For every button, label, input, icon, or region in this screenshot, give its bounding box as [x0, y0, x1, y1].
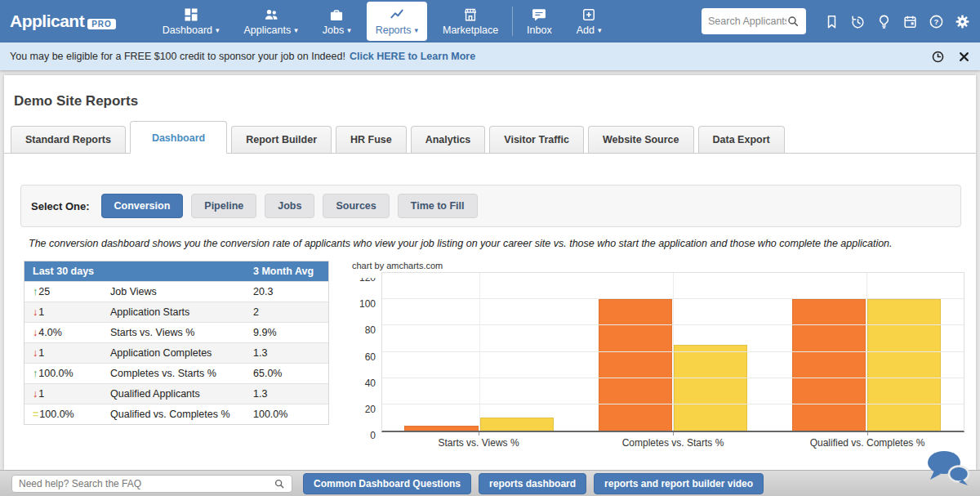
- metric-label: Qualified Applicants: [110, 388, 253, 400]
- table-row: ↓1 Application Completes 1.3: [24, 342, 328, 363]
- top-navigation-bar: Applicant PRO Dashboard▾ Applicants▾ Job…: [0, 0, 980, 42]
- metric-label: Application Starts: [110, 306, 253, 318]
- help-icon[interactable]: ?: [929, 14, 944, 29]
- chat-bubble-icon: [531, 7, 547, 23]
- nav-add-label: Add: [577, 25, 595, 36]
- change-value: 100.0%: [39, 409, 74, 420]
- tab-data-export[interactable]: Data Export: [698, 126, 785, 153]
- search-icon[interactable]: [274, 478, 285, 489]
- table-row: ↑100.0% Completes vs. Starts % 65.0%: [24, 363, 328, 383]
- table-row: ↓4.0% Starts vs. Views % 9.9%: [24, 322, 328, 342]
- bar-3-month-avg[interactable]: [867, 299, 941, 431]
- metric-label: Application Completes: [110, 347, 253, 359]
- nav-jobs[interactable]: Jobs▾: [314, 2, 360, 41]
- nav-reports[interactable]: Reports▾: [367, 2, 427, 41]
- trend-arrow-icon: ↓: [33, 306, 38, 318]
- metric-label: Completes vs. Starts %: [110, 368, 253, 379]
- caret-down-icon: ▾: [414, 27, 418, 34]
- category-label: Completes vs. Starts %: [576, 432, 770, 449]
- y-axis-tick-label: 60: [354, 351, 376, 363]
- page-title: Demo Site Reports: [4, 75, 976, 121]
- tab-hr-fuse[interactable]: HR Fuse: [336, 126, 407, 153]
- applicantpro-logo[interactable]: Applicant PRO: [10, 11, 116, 31]
- nav-marketplace[interactable]: Marketplace: [434, 2, 507, 41]
- nav-inbox[interactable]: Inbox: [518, 2, 561, 41]
- tab-dashboard[interactable]: Dashboard: [130, 121, 227, 154]
- settings-gear-icon[interactable]: [955, 14, 970, 29]
- nav-applicants-label: Applicants: [244, 25, 292, 36]
- main-menu: Dashboard▾ Applicants▾ Jobs▾ Reports▾ Ma…: [154, 2, 507, 41]
- pill-jobs[interactable]: Jobs: [265, 194, 314, 218]
- people-icon: [263, 7, 279, 23]
- nav-jobs-label: Jobs: [323, 25, 344, 36]
- nav-divider: [512, 7, 513, 36]
- live-chat-icon[interactable]: [924, 449, 972, 489]
- pill-time-to-fill[interactable]: Time to Fill: [398, 194, 478, 218]
- reports-video-button[interactable]: reports and report builder video: [594, 473, 764, 494]
- faq-search-input[interactable]: [19, 478, 274, 489]
- gridline: [866, 273, 867, 431]
- bar-last-30-days[interactable]: [792, 299, 866, 431]
- reports-dashboard-button[interactable]: reports dashboard: [479, 473, 586, 494]
- dashboard-description: The conversion dashboard shows you the c…: [29, 238, 976, 249]
- gridline: [479, 273, 480, 431]
- table-row: ↑25 Job Views 20.3: [24, 281, 328, 302]
- lightbulb-icon[interactable]: [876, 14, 892, 29]
- bar-3-month-avg[interactable]: [674, 345, 747, 431]
- caret-down-icon: ▾: [294, 27, 298, 34]
- pill-conversion[interactable]: Conversion: [101, 194, 184, 218]
- search-icon[interactable]: [786, 15, 800, 28]
- y-axis-tick-label: 120: [354, 272, 376, 284]
- dashboard-selector-panel: Select One: Conversion Pipeline Jobs Sou…: [20, 185, 961, 227]
- bookmark-icon[interactable]: [824, 14, 840, 29]
- gridline: [673, 273, 674, 431]
- trend-arrow-icon: ↓: [33, 327, 38, 338]
- banner-learn-more-link[interactable]: Click HERE to Learn More: [350, 51, 475, 62]
- nav-marketplace-label: Marketplace: [443, 25, 498, 36]
- nav-dashboard[interactable]: Dashboard▾: [154, 2, 229, 41]
- tab-report-builder[interactable]: Report Builder: [231, 126, 332, 153]
- secondary-menu: Inbox Add▾: [518, 2, 610, 41]
- trend-arrow-icon: ↓: [33, 347, 38, 359]
- nav-add[interactable]: Add▾: [568, 2, 611, 41]
- metric-label: Qualified vs. Completes %: [110, 409, 253, 420]
- change-value: 1: [38, 347, 44, 359]
- change-value: 100.0%: [38, 368, 73, 379]
- table-row: ↓1 Qualified Applicants 1.3: [24, 383, 328, 404]
- amcharts-credit[interactable]: chart by amcharts.com: [352, 261, 968, 270]
- calendar-icon[interactable]: [902, 14, 918, 29]
- history-icon[interactable]: [850, 14, 866, 29]
- chart-xlabels: Starts vs. Views %Completes vs. Starts %…: [381, 432, 964, 449]
- table-header-3-month-avg: 3 Month Avg: [253, 266, 314, 277]
- avg-value: 9.9%: [253, 327, 277, 338]
- tab-standard-reports[interactable]: Standard Reports: [11, 126, 126, 153]
- trend-arrow-icon: ↑: [33, 286, 38, 297]
- tab-website-source[interactable]: Website Source: [588, 126, 694, 153]
- add-box-icon: [581, 7, 597, 23]
- snooze-clock-icon[interactable]: [931, 50, 945, 64]
- applicant-search-box: [702, 8, 806, 34]
- y-axis-tick-label: 0: [354, 430, 376, 441]
- trend-arrow-icon: =: [33, 409, 38, 420]
- pill-sources[interactable]: Sources: [323, 194, 389, 218]
- metric-label: Starts vs. Views %: [110, 327, 253, 338]
- nav-applicants[interactable]: Applicants▾: [235, 2, 307, 41]
- y-axis-tick-label: 100: [354, 298, 376, 310]
- table-header-last-30-days: Last 30 days: [33, 266, 253, 277]
- y-axis-tick-label: 80: [354, 324, 376, 336]
- category-label: Qualified vs. Completes %: [770, 432, 964, 449]
- search-applicants-input[interactable]: [708, 16, 786, 27]
- pill-pipeline[interactable]: Pipeline: [191, 194, 256, 218]
- chart-plot: 020406080100120: [381, 272, 964, 432]
- y-axis-tick-label: 20: [354, 404, 376, 415]
- help-footer-bar: Common Dashboard Questions reports dashb…: [0, 470, 980, 496]
- caret-down-icon: ▾: [216, 27, 220, 34]
- bar-last-30-days[interactable]: [599, 299, 672, 431]
- tab-visitor-traffic[interactable]: Visitor Traffic: [489, 126, 584, 153]
- briefcase-icon: [328, 7, 345, 23]
- close-icon[interactable]: [958, 51, 970, 63]
- bar-last-30-days[interactable]: [404, 426, 478, 431]
- common-dashboard-questions-button[interactable]: Common Dashboard Questions: [303, 473, 471, 494]
- bar-3-month-avg[interactable]: [480, 418, 554, 431]
- tab-analytics[interactable]: Analytics: [411, 126, 486, 153]
